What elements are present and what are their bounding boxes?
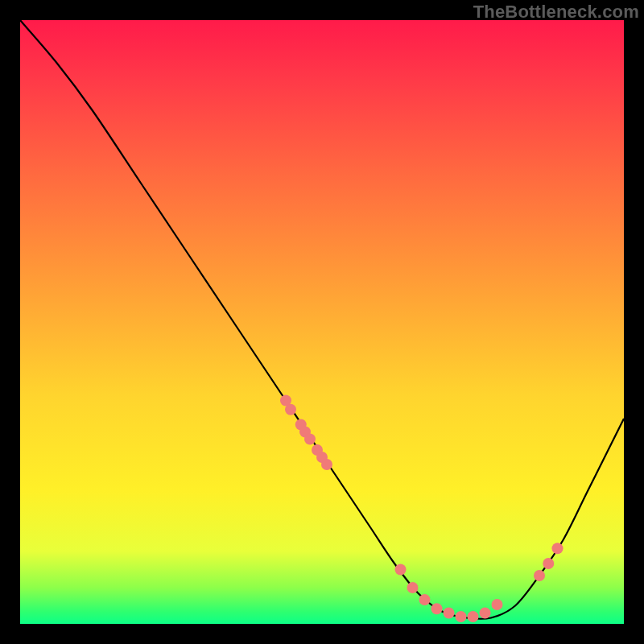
chart-frame bbox=[20, 20, 624, 624]
chart-gradient-background bbox=[20, 20, 624, 624]
